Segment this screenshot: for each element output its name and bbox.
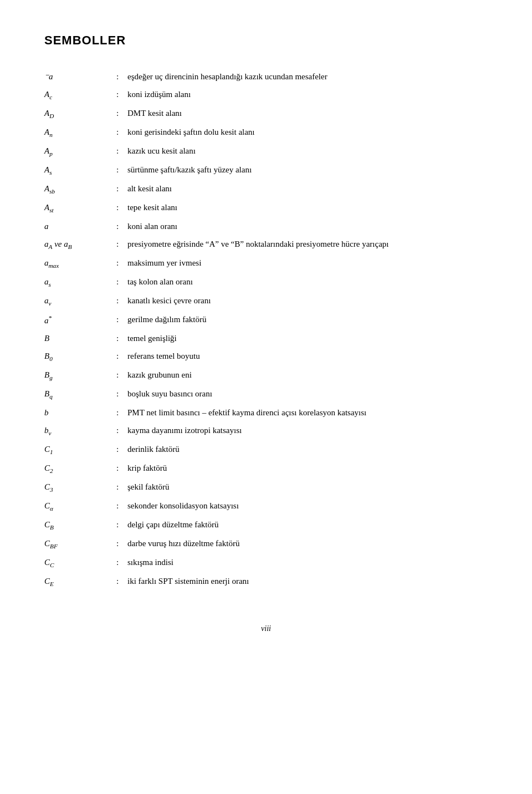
colon-cell: : (116, 180, 127, 198)
symbol-row: CB:delgi çapı düzeltme faktörü (44, 516, 488, 535)
colon-cell: : (116, 421, 127, 440)
colon-cell: : (116, 385, 127, 404)
symbol-cell: Ac (44, 85, 116, 104)
definition-cell: kazık ucu kesit alanı (127, 142, 488, 161)
colon-cell: : (116, 366, 127, 385)
colon-cell: : (116, 273, 127, 292)
page-title: SEMBOLLER (44, 33, 488, 48)
colon-cell: : (116, 553, 127, 572)
symbol-cell: a (44, 217, 116, 235)
symbol-row: Ast:tepe kesit alanı (44, 198, 488, 217)
symbol-cell: C3 (44, 478, 116, 497)
symbol-row: B:temel genişliği (44, 329, 488, 347)
definition-cell: alt kesit alanı (127, 180, 488, 198)
symbol-row: B0:referans temel boyutu (44, 347, 488, 366)
symbol-cell: amax (44, 254, 116, 273)
definition-cell: PMT net limit basıncı – efektif kayma di… (127, 404, 488, 421)
symbol-row: Bg:kazık grubunun eni (44, 366, 488, 385)
symbol-cell: C2 (44, 459, 116, 478)
definition-cell: krip faktörü (127, 459, 488, 478)
symbol-row: An:koni gerisindeki şaftın dolu kesit al… (44, 123, 488, 142)
symbol-row: CBF:darbe vuruş hızı düzeltme faktörü (44, 535, 488, 553)
symbol-cell: ⁻a (44, 68, 116, 85)
definition-cell: delgi çapı düzeltme faktörü (127, 516, 488, 535)
definition-cell: koni alan oranı (127, 217, 488, 235)
colon-cell: : (116, 292, 127, 311)
symbol-cell: An (44, 123, 116, 142)
symbol-cell: CBF (44, 535, 116, 553)
definition-cell: kanatlı kesici çevre oranı (127, 292, 488, 311)
definition-cell: gerilme dağılım faktörü (127, 311, 488, 329)
symbol-cell: aA ve aB (44, 235, 116, 254)
definition-cell: sürtünme şaftı/kazık şaftı yüzey alanı (127, 161, 488, 180)
symbol-cell: CE (44, 572, 116, 591)
symbol-cell: av (44, 292, 116, 311)
symbol-row: Asb:alt kesit alanı (44, 180, 488, 198)
symbol-row: a*:gerilme dağılım faktörü (44, 311, 488, 329)
symbol-row: C2:krip faktörü (44, 459, 488, 478)
colon-cell: : (116, 198, 127, 217)
symbol-cell: CC (44, 553, 116, 572)
symbol-table: ⁻a:eşdeğer uç direncinin hesaplandığı ka… (44, 68, 488, 591)
symbol-row: a:koni alan oranı (44, 217, 488, 235)
definition-cell: taş kolon alan oranı (127, 273, 488, 292)
symbol-row: Bq:boşluk suyu basıncı oranı (44, 385, 488, 404)
symbol-cell: B0 (44, 347, 116, 366)
symbol-row: Ac:koni izdüşüm alanı (44, 85, 488, 104)
symbol-cell: CB (44, 516, 116, 535)
definition-cell: koni izdüşüm alanı (127, 85, 488, 104)
symbol-cell: Ap (44, 142, 116, 161)
symbol-cell: Bq (44, 385, 116, 404)
symbol-row: C3:şekil faktörü (44, 478, 488, 497)
colon-cell: : (116, 572, 127, 591)
definition-cell: referans temel boyutu (127, 347, 488, 366)
symbol-cell: Asb (44, 180, 116, 198)
symbol-row: Ap:kazık ucu kesit alanı (44, 142, 488, 161)
symbol-cell: Bg (44, 366, 116, 385)
colon-cell: : (116, 235, 127, 254)
definition-cell: boşluk suyu basıncı oranı (127, 385, 488, 404)
definition-cell: eşdeğer uç direncinin hesaplandığı kazık… (127, 68, 488, 85)
symbol-row: ⁻a:eşdeğer uç direncinin hesaplandığı ka… (44, 68, 488, 85)
symbol-cell: a* (44, 311, 116, 329)
definition-cell: maksimum yer ivmesi (127, 254, 488, 273)
symbol-row: as:taş kolon alan oranı (44, 273, 488, 292)
colon-cell: : (116, 142, 127, 161)
colon-cell: : (116, 161, 127, 180)
definition-cell: koni gerisindeki şaftın dolu kesit alanı (127, 123, 488, 142)
colon-cell: : (116, 497, 127, 516)
symbol-row: CE:iki farklı SPT sisteminin enerji oran… (44, 572, 488, 591)
symbol-row: amax:maksimum yer ivmesi (44, 254, 488, 273)
colon-cell: : (116, 440, 127, 459)
definition-cell: iki farklı SPT sisteminin enerji oranı (127, 572, 488, 591)
symbol-row: Cα:sekonder konsolidasyon katsayısı (44, 497, 488, 516)
symbol-cell: Cα (44, 497, 116, 516)
symbol-cell: B (44, 329, 116, 347)
symbol-cell: As (44, 161, 116, 180)
colon-cell: : (116, 329, 127, 347)
page-number: viii (44, 624, 488, 633)
symbol-row: As:sürtünme şaftı/kazık şaftı yüzey alan… (44, 161, 488, 180)
colon-cell: : (116, 404, 127, 421)
definition-cell: sıkışma indisi (127, 553, 488, 572)
colon-cell: : (116, 535, 127, 553)
definition-cell: presiyometre eğrisinde “A” ve “B” noktal… (127, 235, 488, 254)
colon-cell: : (116, 311, 127, 329)
symbol-row: AD:DMT kesit alanı (44, 104, 488, 123)
definition-cell: sekonder konsolidasyon katsayısı (127, 497, 488, 516)
colon-cell: : (116, 85, 127, 104)
colon-cell: : (116, 104, 127, 123)
symbol-cell: bv (44, 421, 116, 440)
symbol-cell: AD (44, 104, 116, 123)
colon-cell: : (116, 123, 127, 142)
definition-cell: tepe kesit alanı (127, 198, 488, 217)
definition-cell: şekil faktörü (127, 478, 488, 497)
colon-cell: : (116, 254, 127, 273)
colon-cell: : (116, 217, 127, 235)
definition-cell: kayma dayanımı izotropi katsayısı (127, 421, 488, 440)
symbol-row: b:PMT net limit basıncı – efektif kayma … (44, 404, 488, 421)
colon-cell: : (116, 459, 127, 478)
symbol-row: av:kanatlı kesici çevre oranı (44, 292, 488, 311)
colon-cell: : (116, 68, 127, 85)
symbol-row: CC:sıkışma indisi (44, 553, 488, 572)
